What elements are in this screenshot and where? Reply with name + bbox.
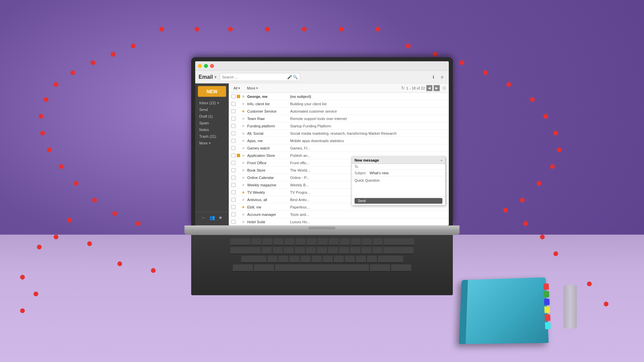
email-row-5[interactable]: ★All, SocialSocial media marketing, rese… (229, 130, 449, 137)
popup-to-field[interactable]: To (352, 164, 445, 170)
key-enter (383, 247, 414, 254)
popup-subject-field[interactable]: Subject What's new (352, 170, 445, 176)
email-star-4[interactable]: ★ (241, 123, 245, 128)
app-title-arrow[interactable]: ▾ (214, 74, 216, 79)
email-row-2[interactable]: ★Customer ServiceAutomated customer serv… (229, 108, 449, 115)
keyboard-row-3 (195, 256, 449, 263)
email-checkbox-10[interactable] (231, 168, 235, 172)
decoration-dot-22 (433, 52, 437, 57)
decoration-dot-37 (37, 245, 42, 249)
sidebar-item-4[interactable]: Notes (195, 126, 229, 133)
decoration-dot-1 (195, 27, 199, 32)
email-star-16[interactable]: ★ (241, 212, 245, 217)
maximize-button[interactable] (204, 64, 208, 68)
contacts-icon[interactable]: 👥 (209, 215, 215, 220)
menu-icon[interactable]: ≡ (439, 73, 445, 80)
email-star-15[interactable]: ★ (241, 204, 245, 209)
email-star-2[interactable]: ★ (241, 109, 245, 113)
email-checkbox-2[interactable] (231, 109, 235, 113)
email-checkbox-16[interactable] (231, 212, 235, 216)
close-button[interactable] (210, 64, 214, 68)
email-checkbox-12[interactable] (231, 183, 235, 187)
email-checkbox-3[interactable] (231, 116, 235, 120)
sidebar-item-2[interactable]: Draft (1) (195, 113, 229, 120)
email-checkbox-13[interactable] (231, 190, 235, 194)
search-go-icon: 🔍 (293, 74, 298, 79)
send-button[interactable]: Send (355, 198, 442, 204)
refresh-icon[interactable]: ↻ (401, 85, 405, 90)
email-star-0[interactable]: ★ (241, 94, 245, 99)
email-star-13[interactable]: ★ (241, 190, 245, 194)
laptop: Email ▾ 🎤 🔍 ℹ ≡ (184, 57, 460, 295)
search-bar[interactable]: 🎤 🔍 (220, 73, 300, 81)
decoration-dot-16 (112, 211, 117, 216)
next-page-button[interactable]: ▶ (434, 85, 440, 91)
email-row-17[interactable]: ★Hotel SuiteLuxury Ho... (229, 218, 449, 226)
book-spine (459, 280, 468, 344)
email-star-9[interactable]: ★ (241, 160, 245, 165)
email-row-6[interactable]: ★Apps, meMobile apps downloads statistic… (229, 137, 449, 144)
favorites-icon[interactable]: ★ (218, 215, 223, 220)
email-star-6[interactable]: ★ (241, 138, 245, 143)
email-star-14[interactable]: ★ (241, 197, 245, 202)
email-checkbox-11[interactable] (231, 175, 235, 179)
decoration-dot-3 (265, 27, 270, 32)
email-star-3[interactable]: ★ (241, 116, 245, 121)
key-m (334, 256, 344, 263)
email-checkbox-8[interactable] (231, 153, 235, 157)
decoration-dot-13 (59, 164, 63, 169)
popup-body[interactable]: Quick Question (352, 176, 445, 196)
popup-close-icon[interactable]: – (440, 158, 442, 162)
decoration-dot-5 (111, 52, 115, 57)
key-alt-r (370, 264, 390, 272)
email-checkbox-17[interactable] (231, 220, 235, 224)
email-sender-6: Apps, me (247, 138, 287, 142)
email-star-17[interactable]: ★ (241, 219, 245, 224)
sidebar-item-6[interactable]: More▾ (195, 140, 229, 146)
email-star-5[interactable]: ★ (241, 131, 245, 135)
book-tab-3 (544, 306, 550, 313)
back-icon[interactable]: ← (201, 215, 206, 220)
sidebar-bottom: ← 👥 ★ (195, 212, 229, 223)
email-star-12[interactable]: ★ (241, 182, 245, 187)
email-star-7[interactable]: ★ (241, 145, 245, 150)
email-star-11[interactable]: ★ (241, 175, 245, 180)
email-star-8[interactable]: ★ (241, 153, 245, 158)
email-checkbox-14[interactable] (231, 197, 235, 201)
email-checkbox-6[interactable] (231, 138, 235, 142)
key-shift-r (378, 256, 403, 263)
email-row-4[interactable]: ★Funding platformStartup Funding Platfor… (229, 122, 449, 130)
prev-page-button[interactable]: ◀ (426, 85, 432, 91)
email-star-10[interactable]: ★ (241, 168, 245, 172)
email-star-1[interactable]: ★ (241, 101, 245, 106)
sidebar-item-1[interactable]: Send (195, 106, 229, 113)
email-row-1[interactable]: ★Info, client listBuilding your client l… (229, 100, 449, 108)
more-filter-button[interactable]: More ▾ (245, 85, 260, 90)
decoration-dot-9 (44, 97, 48, 102)
options-icon[interactable]: ⊙ (442, 85, 446, 90)
email-subject-16: Tools and... (290, 212, 446, 216)
email-row-16[interactable]: ★Account managerTools and... (229, 211, 449, 218)
minimize-button[interactable] (198, 64, 202, 68)
all-filter-button[interactable]: All ▾ (231, 85, 242, 90)
decoration-dot-0 (159, 27, 164, 32)
email-checkbox-15[interactable] (231, 205, 235, 209)
search-input[interactable] (222, 75, 287, 79)
email-checkbox-1[interactable] (231, 102, 235, 106)
email-checkbox-7[interactable] (231, 146, 235, 150)
subject-value[interactable]: What's new (370, 171, 442, 175)
email-checkbox-4[interactable] (231, 124, 235, 128)
email-row-3[interactable]: ★Team RawRemote support tools over inter… (229, 115, 449, 122)
sidebar-item-0[interactable]: Inbox (22)▾ (195, 100, 229, 106)
email-checkbox-0[interactable] (231, 94, 235, 98)
decoration-dot-42 (20, 275, 25, 280)
info-icon[interactable]: ℹ (430, 73, 437, 80)
email-checkbox-9[interactable] (231, 161, 235, 165)
sidebar-item-3[interactable]: Spam (195, 120, 229, 126)
laptop-keyboard (191, 235, 453, 295)
sidebar-item-5[interactable]: Trash (21) (195, 133, 229, 140)
new-email-button[interactable]: NEW (198, 86, 226, 97)
email-checkbox-5[interactable] (231, 131, 235, 135)
email-row-7[interactable]: ★Games watchGames, Fr... (229, 144, 449, 152)
email-row-0[interactable]: ★George, me(no subject) (229, 93, 449, 100)
